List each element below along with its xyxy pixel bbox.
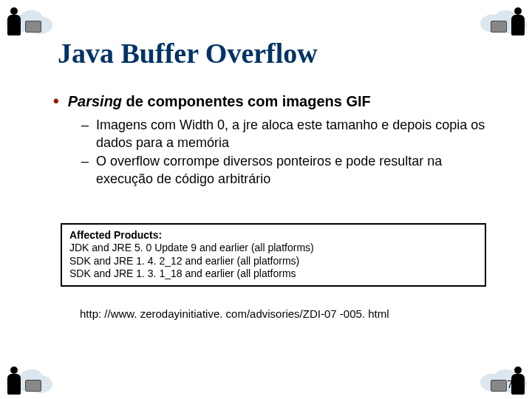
computer-icon [491, 21, 507, 33]
bullet-main-italic: Parsing [68, 93, 122, 109]
decoration-cloud-bottom-left [3, 362, 55, 396]
affected-line: SDK and JRE 1. 4. 2_12 and earlier (all … [69, 255, 299, 267]
person-icon [511, 15, 525, 35]
decoration-cloud-top-left [3, 3, 55, 37]
bullet-sub: – Imagens com Width 0, a jre aloca este … [81, 117, 495, 151]
dash-icon: – [81, 117, 89, 134]
affected-line: SDK and JRE 1. 3. 1_18 and earlier (all … [69, 267, 296, 279]
computer-icon [25, 380, 41, 392]
person-icon [7, 15, 21, 35]
bullet-sub-text: O overflow corrompe diversos ponteiros e… [96, 153, 495, 188]
person-icon [7, 374, 21, 395]
bullet-sub: – O overflow corrompe diversos ponteiros… [81, 153, 495, 188]
slide-title: Java Buffer Overflow [58, 37, 495, 69]
dash-icon: – [81, 153, 89, 170]
slide: Java Buffer Overflow • Parsing de compon… [0, 0, 532, 399]
person-icon [511, 374, 525, 395]
bullet-main-text: Parsing de componentes com imagens GIF [68, 92, 371, 111]
bullet-main-rest: de componentes com imagens GIF [122, 93, 371, 109]
affected-label: Affected Products: [69, 229, 162, 241]
reference-url: http: //www. zerodayinitiative. com/advi… [80, 307, 495, 320]
sub-bullet-list: – Imagens com Width 0, a jre aloca este … [81, 117, 495, 188]
computer-icon [25, 21, 41, 33]
decoration-cloud-top-right [477, 3, 529, 37]
bullet-sub-text: Imagens com Width 0, a jre aloca este ta… [96, 117, 495, 151]
affected-line: JDK and JRE 5. 0 Update 9 and earlier (a… [69, 242, 314, 253]
computer-icon [491, 380, 507, 392]
bullet-main: • Parsing de componentes com imagens GIF [52, 92, 495, 111]
affected-products-box: Affected Products: JDK and JRE 5. 0 Upda… [61, 223, 486, 287]
page-number: 7 [507, 378, 513, 390]
bullet-dot-icon: • [53, 92, 59, 111]
decoration-cloud-bottom-right [477, 362, 529, 396]
